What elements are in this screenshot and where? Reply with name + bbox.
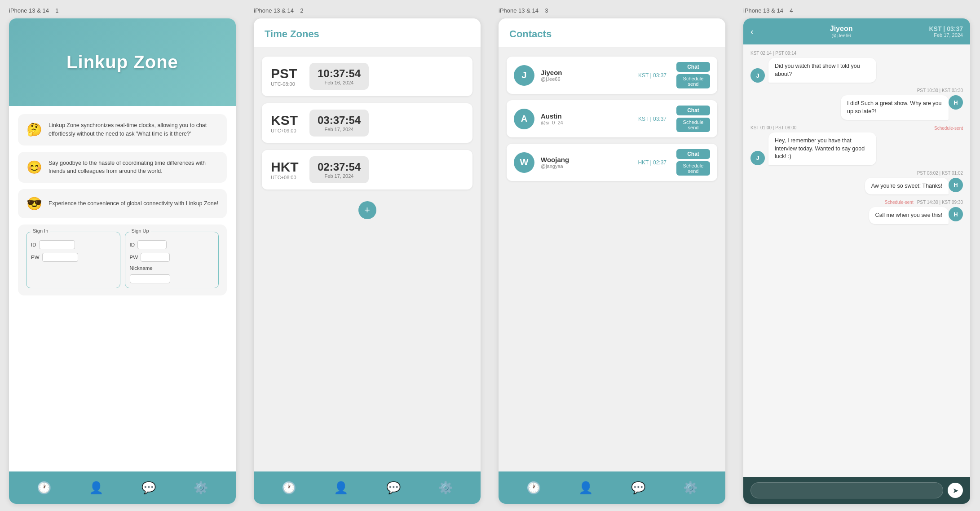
name-woojang: Woojang [541,156,631,163]
chat-tab-icon-1[interactable]: 💬 [141,481,156,495]
feature-text-3: Experience the convenience of global con… [49,199,218,208]
hkt-offset: UTC+08:00 [271,175,302,180]
bubble-2: I did! Such a great show. Why are you up… [841,95,949,120]
signup-id-input[interactable] [137,240,167,249]
actions-austin: Chat Schedulesend [676,106,710,132]
clock-tab-icon-3[interactable]: 🕐 [526,481,541,495]
phone2-title: Time Zones [265,28,470,40]
signup-pw-label: PW [130,255,138,260]
phone4-header: ‹ Jiyeon @j.lee66 KST | 03:37 Feb 17, 20… [743,18,970,44]
person-tab-icon-3[interactable]: 👤 [578,481,593,495]
pst-abbr: PST [271,66,302,81]
hkt-date: Feb 17, 2024 [318,173,361,179]
signin-id-label: ID [31,242,36,247]
message-1: KST 02:14 | PST 09:14 J Did you watch th… [750,51,963,83]
chat-button-woojang[interactable]: Chat [676,149,710,159]
signup-nickname-label: Nickname [130,265,153,271]
chat-button-austin[interactable]: Chat [676,106,710,115]
person-tab-icon-1[interactable]: 👤 [89,481,103,495]
schedule-button-jiyeon[interactable]: Schedulesend [676,74,710,88]
smile-icon: 😊 [26,160,42,175]
clock-tab-icon-1[interactable]: 🕐 [37,481,51,495]
avatar-h-1: H [949,95,963,110]
msg4-row: Aw you're so sweet! Thanks! H [750,178,963,195]
info-woojang: Woojang @jangyaa [541,156,631,169]
back-button[interactable]: ‹ [750,26,754,37]
message-2: PST 10:30 | KST 03:30 I did! Such a grea… [750,88,963,120]
signin-label: Sign In [31,228,50,233]
pst-time: 10:37:54 [318,67,361,80]
signup-nickname-field: Nickname [130,265,214,271]
chat-input[interactable] [750,482,943,498]
settings-tab-icon-1[interactable]: ⚙️ [194,481,208,495]
hkt-abbr: HKT [271,159,302,175]
chat-tab-icon-2[interactable]: 💬 [386,481,401,495]
hkt-time: 02:37:54 [318,161,361,173]
avatar-h-2: H [949,178,963,192]
contact-woojang: W Woojang @jangyaa HKT | 02:37 Chat Sche… [507,144,717,181]
signup-label: Sign Up [130,228,151,233]
phone4-contact-time: KST | 03:37 [929,25,963,32]
phone3-content: J Jiyeon @j.lee66 KST | 03:37 Chat Sched… [499,48,725,471]
signup-id-field: ID [130,240,214,249]
hkt-time-block: 02:37:54 Feb 17, 2024 [309,156,369,183]
phone1-screen: Linkup Zone 🤔 Linkup Zone synchronizes r… [9,18,236,504]
feature-text-2: Say goodbye to the hassle of coordinatin… [49,159,219,176]
contact-austin: A Austin @si_0_24 KST | 03:37 Chat Sched… [507,100,717,137]
time-jiyeon: KST | 03:37 [638,72,667,79]
kst-time: 03:37:54 [318,114,361,127]
timezone-kst: KST UTC+09:00 03:37:54 Feb 17, 2024 [262,103,472,143]
signin-pw-input[interactable] [42,253,78,262]
kst-abbr: KST [271,113,302,128]
handle-woojang: @jangyaa [541,163,631,169]
phone4-contact-name: Jiyeon [830,25,853,33]
signup-pw-input[interactable] [141,253,170,262]
signup-nickname-input-field [130,274,214,283]
chat-button-jiyeon[interactable]: Chat [676,62,710,72]
phone3-screen: Contacts J Jiyeon @j.lee66 KST | 03:37 C… [499,18,725,504]
add-timezone-button[interactable]: + [358,201,376,219]
cool-icon: 😎 [26,196,42,211]
phone4-screen: ‹ Jiyeon @j.lee66 KST | 03:37 Feb 17, 20… [743,18,970,504]
msg1-row: J Did you watch that show I told you abo… [750,58,963,83]
settings-tab-icon-2[interactable]: ⚙️ [438,481,453,495]
phone3-label: iPhone 13 & 14 – 3 [499,7,725,14]
send-button[interactable]: ➤ [948,483,963,498]
kst-offset: UTC+09:00 [271,128,302,133]
signin-id-field: ID [31,240,115,249]
pst-date: Feb 16, 2024 [318,80,361,85]
actions-jiyeon: Chat Schedulesend [676,62,710,88]
signin-pw-label: PW [31,255,40,260]
signup-nickname-input[interactable] [130,274,170,283]
bubble-1: Did you watch that show I told you about… [768,58,876,83]
chat-messages: KST 02:14 | PST 09:14 J Did you watch th… [743,44,970,477]
clock-tab-icon-2[interactable]: 🕐 [282,481,296,495]
signin-section: Sign In ID PW [26,232,120,288]
message-5: Schedule-sent PST 14:30 | KST 09:30 Call… [750,200,963,224]
settings-tab-icon-3[interactable]: ⚙️ [683,481,697,495]
msg3-row: J Hey, I remember you have that intervie… [750,132,963,165]
signup-section: Sign Up ID PW Nickname [125,232,219,288]
phone2-header: Time Zones [254,18,481,48]
avatar-j-2: J [750,151,765,165]
bubble-4: Aw you're so sweet! Thanks! [865,178,949,195]
msg3-schedule-sent: Schedule-sent [934,126,963,131]
phone1-header: Linkup Zone [9,18,236,106]
phone3-title: Contacts [509,28,715,40]
schedule-button-austin[interactable]: Schedulesend [676,118,710,132]
phone4-contact-info: Jiyeon @j.lee66 [759,25,924,38]
chat-input-bar: ➤ [743,477,970,504]
feature-card-3: 😎 Experience the convenience of global c… [18,189,227,218]
avatar-woojang: W [514,152,534,173]
chat-tab-icon-3[interactable]: 💬 [631,481,645,495]
schedule-button-woojang[interactable]: Schedulesend [676,161,710,176]
phone4-label: iPhone 13 & 14 – 4 [743,7,970,14]
info-austin: Austin @si_0_24 [541,112,632,125]
kst-date: Feb 17, 2024 [318,127,361,132]
signin-id-input[interactable] [39,240,75,249]
pst-time-block: 10:37:54 Feb 16, 2024 [309,63,369,90]
timezone-pst: PST UTC-08:00 10:37:54 Feb 16, 2024 [262,57,472,96]
signin-pw-field: PW [31,253,115,262]
person-tab-icon-2[interactable]: 👤 [334,481,348,495]
auth-card: Sign In ID PW Sign Up ID [18,225,227,295]
